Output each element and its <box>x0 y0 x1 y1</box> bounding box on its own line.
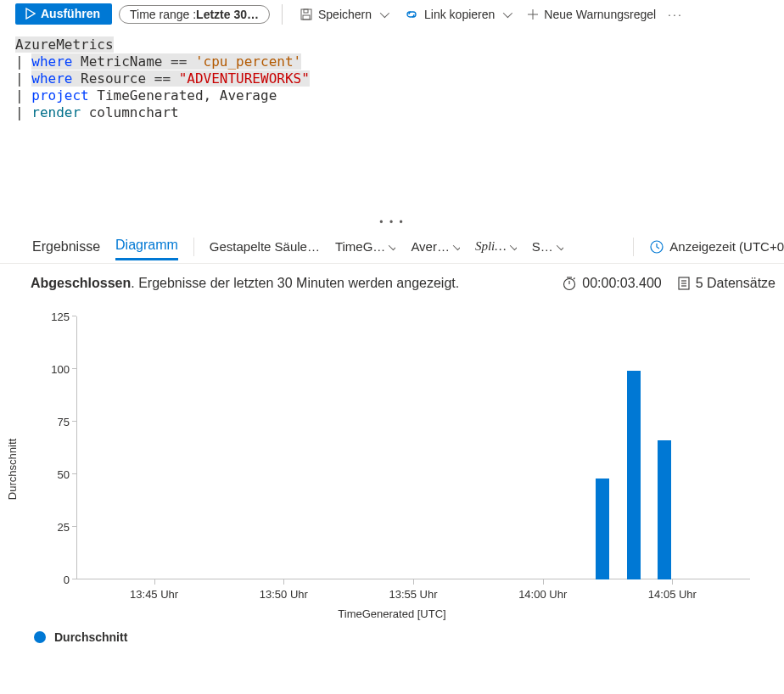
chart-bar[interactable] <box>627 371 641 579</box>
kw-where-1: where <box>31 53 72 70</box>
chart-legend: Durchschnitt <box>0 630 784 644</box>
status-bar: Abgeschlossen. Ergebnisse der letzten 30… <box>0 264 784 299</box>
save-button-label: Speichern <box>318 8 372 21</box>
new-alert-button[interactable]: Neue Warnungsregel <box>522 4 661 25</box>
run-button-label: Ausführen <box>41 7 100 20</box>
chart-ylabel: Durchschnitt <box>6 439 19 500</box>
records-icon <box>677 276 691 291</box>
time-range-picker[interactable]: Time range : Letzte 30… <box>119 5 270 24</box>
clock-icon <box>649 239 664 255</box>
query-editor[interactable]: AzureMetrics | where MetricName == 'cpu_… <box>0 31 784 121</box>
status-elapsed: 00:00:03.400 <box>582 276 661 291</box>
more-icon[interactable]: ··· <box>668 8 683 21</box>
display-time[interactable]: Anzeigezeit (UTC+0 <box>649 239 784 255</box>
y-tick: 50 <box>58 468 76 481</box>
chart-bar[interactable] <box>596 479 609 579</box>
plus-icon <box>527 8 539 20</box>
run-button[interactable]: Ausführen <box>15 3 112 25</box>
y-tick: 100 <box>51 363 76 376</box>
toolbar-separator <box>282 4 283 25</box>
chart-xlabel: TimeGenerated [UTC] <box>338 607 445 620</box>
tab-chart[interactable]: Diagramm <box>115 232 178 260</box>
y-tick: 75 <box>58 416 76 428</box>
tabs-separator <box>193 238 194 256</box>
link-icon <box>404 8 419 21</box>
chart-plot: 025507510012513:45 Uhr13:50 Uhr13:55 Uhr… <box>76 316 750 579</box>
y-tick: 0 <box>64 574 76 586</box>
copy-link-label: Link kopieren <box>424 8 495 21</box>
copy-link-button[interactable]: Link kopieren <box>399 4 515 25</box>
save-button[interactable]: Speichern <box>294 4 392 25</box>
chart-agg-select[interactable]: S… <box>532 239 563 254</box>
new-alert-label: Neue Warnungsregel <box>544 8 656 21</box>
chart-y-select[interactable]: Aver… <box>411 239 460 254</box>
chart-split-select[interactable]: Spli… <box>475 239 517 254</box>
stopwatch-icon <box>562 276 577 291</box>
save-icon <box>300 8 313 21</box>
status-records: 5 Datensätze <box>696 276 776 291</box>
kw-render: render <box>31 104 81 120</box>
time-range-prefix: Time range : <box>130 8 196 21</box>
time-range-value: Letzte 30… <box>196 8 259 21</box>
results-tabs: Ergebnisse Diagramm Gestapelte Säule… Ti… <box>0 230 784 264</box>
kw-project: project <box>31 87 88 104</box>
svg-rect-2 <box>303 15 310 20</box>
svg-line-9 <box>574 278 575 280</box>
y-axis <box>76 316 77 579</box>
status-done: Abgeschlossen <box>31 276 131 291</box>
query-table: AzureMetrics <box>15 36 114 53</box>
chart-type-select[interactable]: Gestapelte Säule… <box>210 239 320 254</box>
resize-grip[interactable]: • • • <box>0 215 784 230</box>
chart-area: Durchschnitt 025507510012513:45 Uhr13:50… <box>17 308 767 630</box>
legend-label: Durchschnitt <box>54 630 127 644</box>
svg-rect-1 <box>304 9 308 13</box>
status-msg: . Ergebnisse der letzten 30 Minuten werd… <box>131 276 459 291</box>
tabs-separator-2 <box>633 238 634 256</box>
kw-where-2: where <box>31 70 72 87</box>
y-tick: 25 <box>58 521 76 534</box>
play-icon <box>25 8 36 20</box>
display-time-label: Anzeigezeit (UTC+0 <box>669 239 784 254</box>
legend-swatch <box>34 631 46 643</box>
y-tick: 125 <box>51 311 76 323</box>
query-toolbar: Ausführen Time range : Letzte 30… Speich… <box>0 0 784 31</box>
chart-x-select[interactable]: TimeG… <box>335 239 395 254</box>
chart-bar[interactable] <box>658 440 671 579</box>
tab-results[interactable]: Ergebnisse <box>32 234 100 260</box>
